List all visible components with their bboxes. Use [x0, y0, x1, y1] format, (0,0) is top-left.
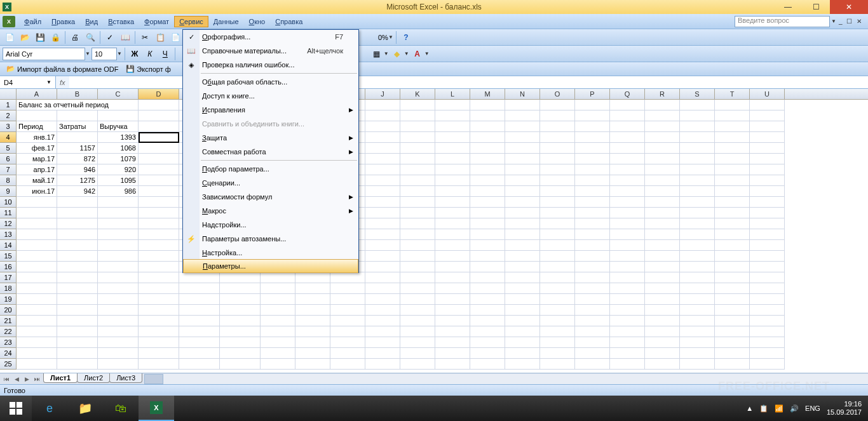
cell-B2[interactable]: [57, 110, 98, 121]
row-header-7[interactable]: 7: [0, 164, 17, 175]
cell-M4[interactable]: [470, 132, 505, 143]
cell-K13[interactable]: [400, 229, 435, 240]
cell-L25[interactable]: [435, 359, 470, 370]
cell-T15[interactable]: [715, 251, 750, 262]
cell-S23[interactable]: [680, 337, 715, 348]
cell-U13[interactable]: [750, 229, 785, 240]
cell-F20[interactable]: [220, 305, 261, 316]
cell-J3[interactable]: [365, 121, 400, 132]
cell-O21[interactable]: [540, 316, 575, 326]
cell-P15[interactable]: [575, 251, 610, 262]
cell-K25[interactable]: [400, 359, 435, 370]
cell-N8[interactable]: [505, 175, 540, 186]
cell-O13[interactable]: [540, 229, 575, 240]
menu-item-исправления[interactable]: Исправления▶: [183, 103, 358, 117]
column-header-C[interactable]: C: [98, 89, 139, 99]
cell-N23[interactable]: [505, 337, 540, 348]
cell-D17[interactable]: [139, 272, 179, 283]
cell-N17[interactable]: [505, 272, 540, 283]
cell-E20[interactable]: [179, 305, 220, 316]
italic-button[interactable]: К: [143, 47, 157, 61]
cell-R8[interactable]: [645, 175, 680, 186]
cell-C8[interactable]: 1095: [98, 175, 139, 186]
menu-item-зависимости-формул[interactable]: Зависимости формул▶: [183, 190, 358, 204]
menu-файл[interactable]: Файл: [19, 16, 46, 27]
cell-J15[interactable]: [365, 251, 400, 262]
cell-N5[interactable]: [505, 143, 540, 154]
app-icon[interactable]: X: [3, 16, 15, 27]
cell-P24[interactable]: [575, 348, 610, 359]
cell-Q2[interactable]: [610, 110, 645, 121]
cell-R7[interactable]: [645, 164, 680, 175]
cell-F23[interactable]: [220, 337, 261, 348]
cell-G22[interactable]: [261, 326, 295, 337]
row-header-12[interactable]: 12: [0, 218, 17, 229]
cell-J13[interactable]: [365, 229, 400, 240]
cell-K5[interactable]: [400, 143, 435, 154]
cell-J19[interactable]: [365, 294, 400, 305]
row-header-22[interactable]: 22: [0, 326, 17, 337]
cell-C19[interactable]: [98, 294, 139, 305]
cell-S16[interactable]: [680, 262, 715, 272]
cell-N19[interactable]: [505, 294, 540, 305]
cell-P25[interactable]: [575, 359, 610, 370]
cell-U25[interactable]: [750, 359, 785, 370]
cell-P12[interactable]: [575, 218, 610, 229]
cell-C13[interactable]: [98, 229, 139, 240]
cell-D18[interactable]: [139, 283, 179, 294]
cell-T2[interactable]: [715, 110, 750, 121]
cell-T23[interactable]: [715, 337, 750, 348]
cell-I19[interactable]: [330, 294, 365, 305]
cell-T19[interactable]: [715, 294, 750, 305]
cell-L21[interactable]: [435, 316, 470, 326]
cell-D7[interactable]: [139, 164, 179, 175]
cell-P19[interactable]: [575, 294, 610, 305]
cell-A11[interactable]: [17, 208, 57, 218]
menu-item-доступ-к-книге[interactable]: Доступ к книге...: [183, 89, 358, 103]
cell-M5[interactable]: [470, 143, 505, 154]
cell-I22[interactable]: [330, 326, 365, 337]
cell-Q22[interactable]: [610, 326, 645, 337]
row-header-11[interactable]: 11: [0, 208, 17, 218]
row-header-3[interactable]: 3: [0, 121, 17, 132]
cell-D19[interactable]: [139, 294, 179, 305]
cell-R12[interactable]: [645, 218, 680, 229]
column-header-A[interactable]: A: [17, 89, 57, 99]
cell-T22[interactable]: [715, 326, 750, 337]
cell-M25[interactable]: [470, 359, 505, 370]
menu-item-проверка-наличия-ошибок[interactable]: ◈Проверка наличия ошибок...: [183, 58, 358, 72]
cell-N2[interactable]: [505, 110, 540, 121]
cell-U18[interactable]: [750, 283, 785, 294]
cell-A14[interactable]: [17, 240, 57, 251]
menu-item-настройка[interactable]: Настройка...: [183, 246, 358, 260]
cell-R18[interactable]: [645, 283, 680, 294]
cell-J1[interactable]: [365, 100, 400, 110]
cell-A20[interactable]: [17, 305, 57, 316]
cell-K11[interactable]: [400, 208, 435, 218]
cell-A13[interactable]: [17, 229, 57, 240]
cell-B17[interactable]: [57, 272, 98, 283]
cell-I18[interactable]: [330, 283, 365, 294]
cell-P7[interactable]: [575, 164, 610, 175]
cell-M1[interactable]: [470, 100, 505, 110]
cell-J21[interactable]: [365, 316, 400, 326]
row-header-10[interactable]: 10: [0, 197, 17, 208]
cell-B15[interactable]: [57, 251, 98, 262]
cell-L8[interactable]: [435, 175, 470, 186]
cell-M6[interactable]: [470, 154, 505, 164]
sheet-tab-Лист3[interactable]: Лист3: [109, 373, 142, 383]
cell-T8[interactable]: [715, 175, 750, 186]
cell-G19[interactable]: [261, 294, 295, 305]
tab-nav-buttons[interactable]: ⏮◀▶⏭: [0, 376, 43, 382]
cell-R11[interactable]: [645, 208, 680, 218]
cell-C20[interactable]: [98, 305, 139, 316]
cell-S9[interactable]: [680, 186, 715, 197]
cell-B7[interactable]: 946: [57, 164, 98, 175]
row-header-21[interactable]: 21: [0, 316, 17, 326]
tray-up-icon[interactable]: ▲: [746, 404, 753, 412]
cell-U10[interactable]: [750, 197, 785, 208]
cell-U3[interactable]: [750, 121, 785, 132]
cell-L13[interactable]: [435, 229, 470, 240]
cell-N24[interactable]: [505, 348, 540, 359]
cell-A4[interactable]: янв.17: [17, 132, 57, 143]
